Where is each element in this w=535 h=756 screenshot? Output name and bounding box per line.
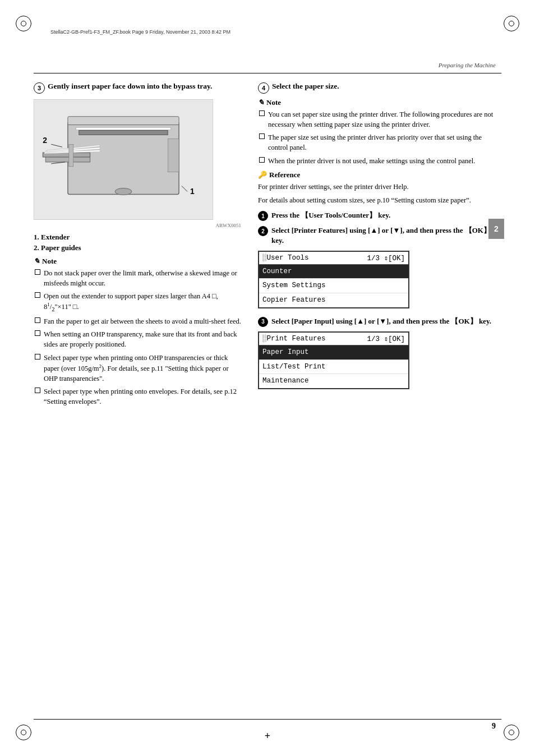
- lcd2-topbar: ░Print Features 1/3 ⇕[OK]: [259, 333, 408, 345]
- lcd2-row-1: Paper Input: [259, 345, 408, 360]
- step3-note: ✎ Note Do not stack paper over the limit…: [34, 257, 241, 407]
- main-content: 3 Gently insert paper face down into the…: [34, 81, 501, 711]
- step3-number: 3: [34, 82, 45, 94]
- svg-rect-7: [68, 117, 179, 125]
- reference-section: 🔑 Reference For printer driver settings,…: [258, 170, 501, 206]
- substep-2: 2 Select [Printer Features] using [▲] or…: [258, 225, 501, 246]
- checkbox-4: [35, 330, 40, 336]
- lcd-display-2: ░Print Features 1/3 ⇕[OK] Paper Input Li…: [258, 331, 409, 389]
- header-rule: [34, 73, 501, 73]
- step4-note-3: When the printer driver is not used, mak…: [258, 156, 501, 166]
- page-header: Preparing the Machine: [439, 62, 496, 68]
- note-item-3: Fan the paper to get air between the she…: [34, 316, 241, 326]
- step4-header: 4 Select the paper size.: [258, 81, 501, 94]
- substep-1: 1 Press the 【User Tools/Counter】 key.: [258, 210, 501, 221]
- note-s4-text-1: You can set paper size using the printer…: [268, 109, 501, 130]
- corner-bl: [16, 725, 31, 740]
- file-info: StellaC2-GB-Pref1-F3_FM_ZF.book Page 9 F…: [50, 29, 230, 35]
- ref-text-1: For printer driver settings, see the pri…: [258, 182, 501, 192]
- svg-rect-8: [79, 130, 168, 135]
- corner-tl: [16, 16, 31, 31]
- note-text-1: Do not stack paper over the limit mark, …: [44, 268, 241, 288]
- substep-3-num: 3: [258, 317, 268, 327]
- checkbox-1: [35, 269, 40, 275]
- left-column: 3 Gently insert paper face down into the…: [34, 81, 241, 711]
- note-item-2: Open out the extender to support paper s…: [34, 291, 241, 314]
- note-s4-text-2: The paper size set using the printer dri…: [268, 132, 501, 153]
- step3-note-header: ✎ Note: [34, 257, 241, 266]
- step3-note-title: Note: [42, 257, 57, 266]
- substep-1-num: 1: [258, 211, 268, 221]
- step4-note-2: The paper size set using the printer dri…: [258, 132, 501, 153]
- step4-note-header: ✎ Note: [258, 98, 501, 107]
- note-s4-text-3: When the printer driver is not used, mak…: [268, 156, 475, 166]
- note-text-4: When setting an OHP transparency, make s…: [44, 329, 241, 349]
- lcd2-nav: 1/3 ⇕[OK]: [367, 334, 405, 343]
- note-text-3: Fan the paper to get air between the she…: [44, 316, 241, 326]
- bottom-crosshair: +: [265, 730, 270, 742]
- lcd2-row-3: Maintenance: [259, 374, 408, 388]
- lcd-display-1: ░User Tools 1/3 ⇕[OK] Counter System Set…: [258, 251, 409, 308]
- lcd1-row-2: System Settings: [259, 279, 408, 293]
- note-text-6: Select paper type when printing onto env…: [44, 386, 241, 407]
- substep-3-text: Select [Paper Input] using [▲] or [▼], a…: [271, 316, 491, 326]
- checkbox-s4-2: [259, 133, 265, 139]
- substep-2-text: Select [Printer Features] using [▲] or […: [271, 225, 501, 246]
- corner-br: [504, 725, 519, 740]
- item-paper-guides: 2. Paper guides: [34, 243, 241, 252]
- lcd2-row-2: List/Test Print: [259, 360, 408, 375]
- ref-header: 🔑 Reference: [258, 170, 501, 179]
- ref-text-2: For details about setting custom sizes, …: [258, 195, 501, 206]
- svg-rect-9: [76, 128, 170, 130]
- svg-rect-16: [69, 144, 73, 167]
- checkbox-5: [35, 354, 40, 359]
- note-item-5: Select paper type when printing onto OHP…: [34, 353, 241, 384]
- footer-rule: [34, 719, 501, 720]
- note-text-5: Select paper type when printing onto OHP…: [44, 353, 241, 384]
- right-column: 4 Select the paper size. ✎ Note You can …: [258, 81, 501, 711]
- checkbox-s4-1: [259, 110, 265, 116]
- lcd1-row-3: Copier Features: [259, 293, 408, 307]
- substep-3: 3 Select [Paper Input] using [▲] or [▼],…: [258, 316, 501, 327]
- note-item-4: When setting an OHP transparency, make s…: [34, 329, 241, 349]
- step4-title: Select the paper size.: [272, 81, 339, 92]
- svg-point-17: [115, 188, 132, 195]
- step3-header: 3 Gently insert paper face down into the…: [34, 81, 241, 94]
- step4-note: ✎ Note You can set paper size using the …: [258, 98, 501, 166]
- item-extender: 1. Extender: [34, 233, 241, 242]
- note-item-6: Select paper type when printing onto env…: [34, 386, 241, 407]
- printer-diagram: 2 1: [34, 99, 213, 220]
- lcd1-row-1: Counter: [259, 265, 408, 279]
- lcd2-top-text: ░Print Features: [262, 335, 326, 343]
- lcd1-topbar: ░User Tools 1/3 ⇕[OK]: [259, 252, 408, 265]
- step3-title: Gently insert paper face down into the b…: [48, 81, 212, 92]
- checkbox-6: [35, 388, 40, 393]
- step4-note-title: Note: [266, 98, 281, 107]
- note-text-2: Open out the extender to support paper s…: [44, 291, 241, 314]
- substep-2-num: 2: [258, 226, 268, 236]
- corner-tr: [504, 16, 519, 31]
- note-icon-2: ✎: [258, 98, 264, 107]
- checkbox-s4-3: [259, 157, 265, 163]
- step4-note-1: You can set paper size using the printer…: [258, 109, 501, 130]
- ref-icon: 🔑: [258, 170, 267, 179]
- checkbox-3: [35, 317, 40, 323]
- page-number: 9: [492, 722, 496, 731]
- ref-title: Reference: [269, 170, 300, 179]
- svg-text:1: 1: [190, 187, 195, 196]
- checkbox-2: [35, 292, 40, 298]
- svg-text:2: 2: [43, 136, 47, 145]
- substep-1-text: Press the 【User Tools/Counter】 key.: [271, 210, 390, 220]
- lcd1-nav: 1/3 ⇕[OK]: [367, 253, 405, 262]
- note-item-1: Do not stack paper over the limit mark, …: [34, 268, 241, 288]
- svg-rect-15: [168, 139, 179, 172]
- diagram-caption: ABWX0051: [34, 223, 241, 228]
- note-icon: ✎: [34, 257, 40, 266]
- lcd1-top-text: ░User Tools: [262, 254, 309, 262]
- step4-number: 4: [258, 82, 269, 94]
